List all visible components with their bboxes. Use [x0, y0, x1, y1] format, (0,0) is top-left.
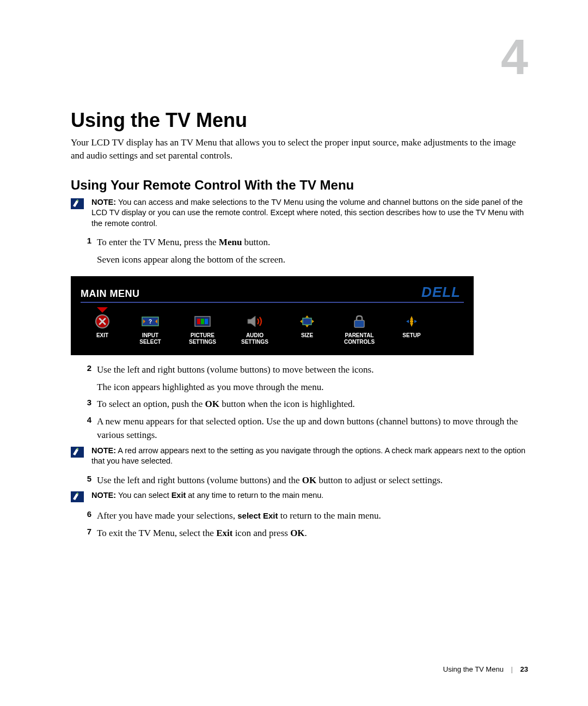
step-num: 7 [78, 526, 91, 540]
step-body: After you have made your selections, sel… [97, 509, 528, 523]
tv-menu-header: MAIN MENU DELL [81, 284, 464, 303]
text: You can select [116, 491, 171, 500]
chapter-number: 4 [501, 33, 528, 82]
note-block-1: NOTE: You can access and make selections… [71, 197, 528, 229]
tv-menu-icons: EXIT ? INPUT SELECT [81, 307, 464, 345]
step-7: 7 To exit the TV Menu, select the Exit i… [78, 526, 528, 540]
tv-item-label: AUDIO SETTINGS [241, 332, 268, 345]
text: To select an option, push the [97, 399, 205, 409]
tv-item-parental-controls: PARENTAL CONTROLS [333, 307, 385, 345]
step-1: 1 To enter the TV Menu, press the Menu b… [78, 235, 528, 266]
svg-rect-9 [354, 320, 364, 327]
step-body: To enter the TV Menu, press the Menu but… [97, 235, 528, 266]
text: . [305, 528, 307, 538]
tv-item-label: INPUT SELECT [139, 332, 161, 345]
text: button. [242, 237, 270, 247]
tv-item-input-select: ? INPUT SELECT [124, 307, 176, 345]
note-icon [71, 491, 84, 502]
step-body: Use the left and right buttons (volume b… [97, 363, 528, 394]
step-num: 1 [78, 235, 91, 266]
tv-item-label: PICTURE SETTINGS [189, 332, 216, 345]
text: to return to the main menu. [278, 510, 381, 521]
tv-item-label: SETUP [402, 332, 420, 339]
tv-item-setup: SETUP [385, 307, 438, 345]
dell-logo: DELL [421, 284, 464, 301]
note-body: You can access and make selections to th… [91, 198, 524, 228]
menu-bold: Menu [219, 237, 242, 247]
step-subtext: Seven icons appear along the bottom of t… [97, 253, 528, 267]
svg-rect-5 [197, 319, 200, 324]
step-num: 6 [78, 509, 91, 523]
tv-menu-title: MAIN MENU [81, 288, 140, 301]
text: at any time to return to the main menu. [186, 491, 323, 500]
text: button when the icon is highlighted. [219, 399, 355, 409]
ok-bold: OK [290, 528, 304, 538]
text: icon and press [232, 528, 290, 538]
step-3: 3 To select an option, push the OK butto… [78, 397, 528, 411]
svg-text:?: ? [149, 319, 152, 325]
exit-icon [93, 314, 112, 329]
step-body: To select an option, push the OK button … [97, 397, 528, 411]
tv-item-size: SIZE [281, 307, 333, 345]
step-num: 2 [78, 363, 91, 394]
text: To enter the TV Menu, press the [97, 237, 219, 247]
tv-item-label: PARENTAL CONTROLS [344, 332, 375, 345]
page: 4 Using the TV Menu Your LCD TV display … [0, 0, 588, 706]
text: Use the left and right buttons (volume b… [97, 475, 302, 485]
step-body: A new menu appears for that selected opt… [97, 415, 528, 442]
note-text-3: NOTE: You can select Exit at any time to… [91, 490, 528, 501]
note-block-2: NOTE: A red arrow appears next to the se… [71, 446, 528, 467]
note-text-2: NOTE: A red arrow appears next to the se… [91, 446, 528, 467]
section-heading: Using Your Remote Control With the TV Me… [71, 178, 528, 193]
step-4: 4 A new menu appears for that selected o… [78, 415, 528, 442]
step-6: 6 After you have made your selections, s… [78, 509, 528, 523]
text: button to adjust or select settings. [316, 475, 443, 485]
tv-item-label: SIZE [301, 332, 313, 339]
ok-bold: OK [302, 475, 316, 485]
step-num: 3 [78, 397, 91, 411]
footer-section: Using the TV Menu [443, 665, 504, 673]
svg-rect-6 [201, 319, 204, 324]
note-icon [71, 447, 84, 458]
intro-paragraph: Your LCD TV display has an TV Menu that … [71, 136, 528, 162]
tv-menu-screenshot: MAIN MENU DELL EXIT [71, 276, 474, 355]
note-body: A red arrow appears next to the setting … [91, 446, 525, 466]
size-icon [297, 314, 317, 329]
tv-item-audio-settings: AUDIO SETTINGS [229, 307, 281, 345]
exit-bold: Exit [171, 491, 186, 500]
tv-item-picture-settings: PICTURE SETTINGS [176, 307, 229, 345]
text: Use the left and right buttons (volume b… [97, 364, 373, 375]
select-exit-sans: select Exit [237, 511, 278, 520]
footer-page-number: 23 [520, 665, 528, 673]
setup-icon [402, 314, 421, 329]
note-label: NOTE: [91, 198, 116, 206]
note-icon [71, 198, 84, 209]
parental-controls-icon [350, 314, 369, 329]
note-label: NOTE: [91, 491, 116, 500]
note-block-3: NOTE: You can select Exit at any time to… [71, 490, 528, 502]
picture-settings-icon [193, 314, 212, 329]
text: A new menu appears for that selected opt… [97, 416, 518, 441]
svg-rect-8 [303, 318, 311, 325]
note-label: NOTE: [91, 446, 116, 455]
step-body: To exit the TV Menu, select the Exit ico… [97, 526, 528, 540]
step-body: Use the left and right buttons (volume b… [97, 473, 528, 488]
step-subtext: The icon appears highlighted as you move… [97, 380, 528, 394]
step-5: 5 Use the left and right buttons (volume… [78, 473, 528, 488]
audio-settings-icon [245, 314, 265, 329]
text: After you have made your selections, [97, 510, 237, 521]
input-select-icon: ? [140, 314, 160, 329]
step-num: 4 [78, 415, 91, 442]
exit-bold: Exit [216, 528, 232, 538]
step-2: 2 Use the left and right buttons (volume… [78, 363, 528, 394]
page-title: Using the TV Menu [71, 109, 528, 132]
note-text-1: NOTE: You can access and make selections… [91, 197, 528, 229]
svg-point-10 [410, 320, 413, 323]
text: To exit the TV Menu, select the [97, 528, 216, 538]
tv-item-label: EXIT [96, 332, 108, 339]
footer-separator: | [511, 665, 513, 673]
svg-rect-7 [205, 319, 208, 324]
ok-bold: OK [205, 399, 219, 409]
selection-arrow-icon [97, 307, 108, 313]
page-footer: Using the TV Menu | 23 [443, 665, 528, 673]
